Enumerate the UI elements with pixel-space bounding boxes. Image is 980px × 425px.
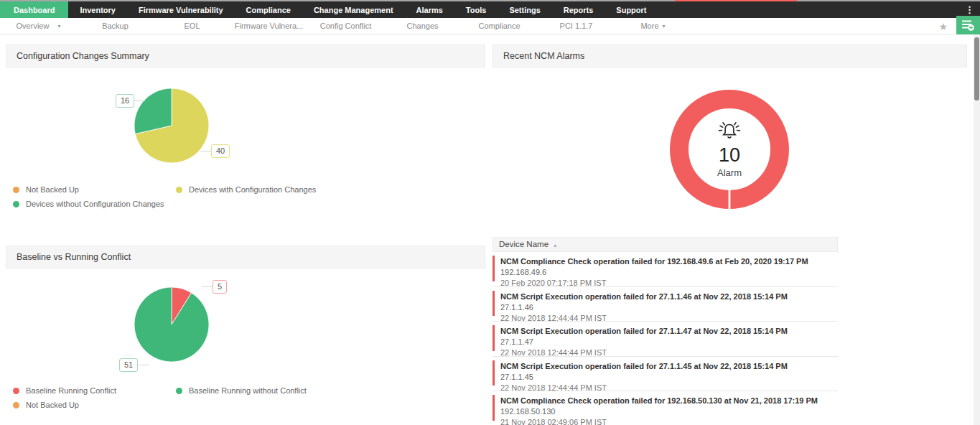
legend-item[interactable]: Baseline Running without Conflict	[176, 386, 307, 395]
config-changes-legend: Not Backed Up Devices with Configuration…	[13, 185, 316, 208]
subnav-overview-label: Overview	[17, 22, 50, 30]
alarm-row[interactable]: NCM Compliance Check operation failed fo…	[493, 391, 838, 425]
subnav-item-changes[interactable]: Changes	[384, 18, 461, 34]
chevron-down-icon: ▾	[663, 23, 666, 29]
scrollbar-thumb[interactable]	[974, 37, 979, 101]
config-changes-chart-area: 16 40 Not Backed Up Devices with Configu…	[6, 67, 485, 238]
alarms-table: Device Name ▴ NCM Compliance Check opera…	[493, 237, 838, 425]
sort-asc-icon[interactable]: ▴	[554, 242, 556, 248]
nav-tab-dashboard[interactable]: Dashboard	[0, 1, 68, 18]
alarms-area: 10 Alarm Device Name ▴ NCM Compliance Ch…	[493, 67, 967, 425]
pie-value-label: 16	[116, 94, 134, 108]
nav-tab-inventory[interactable]: Inventory	[68, 1, 127, 18]
alarm-row[interactable]: NCM Compliance Check operation failed fo…	[493, 252, 838, 287]
legend-label: Baseline Running without Conflict	[189, 386, 307, 395]
panel-configuration-changes-summary: Configuration Changes Summary 16 40 Not …	[6, 45, 485, 238]
legend-item[interactable]: Not Backed Up	[13, 185, 176, 194]
alarm-message: NCM Script Execution operation failed fo…	[500, 326, 838, 337]
alarms-table-body: NCM Compliance Check operation failed fo…	[493, 252, 838, 425]
nav-tab-firmware-vulnerability[interactable]: Firmware Vulnerability	[127, 1, 235, 18]
subnav-item-compliance[interactable]: Compliance	[461, 18, 538, 34]
alarm-row[interactable]: NCM Script Execution operation failed fo…	[493, 287, 838, 322]
legend-dot-icon	[13, 402, 19, 408]
subnav-item-more[interactable]: More ▾	[615, 18, 691, 34]
primary-navbar: Dashboard Inventory Firmware Vulnerabili…	[0, 1, 980, 18]
alarm-severity-bar	[493, 395, 495, 421]
legend-label: Devices with Configuration Changes	[189, 185, 316, 194]
subnav-item-config-conflict[interactable]: Config Conflict	[307, 18, 384, 34]
alarm-row[interactable]: NCM Script Execution operation failed fo…	[493, 357, 838, 392]
alarm-row[interactable]: NCM Script Execution operation failed fo…	[493, 322, 838, 357]
nav-tab-change-management[interactable]: Change Management	[302, 1, 405, 18]
alarm-count: 10	[719, 144, 740, 166]
subnav-item-firmware-vulnerability[interactable]: Firmware Vulnera...	[230, 18, 307, 34]
alarm-severity-bar	[493, 256, 495, 281]
subnav-item-pci[interactable]: PCI 1.1.7	[538, 18, 615, 34]
subnav-item-backup[interactable]: Backup	[77, 18, 154, 34]
nav-tab-settings[interactable]: Settings	[498, 1, 551, 18]
config-changes-pie-chart[interactable]	[121, 75, 222, 176]
nav-tab-support[interactable]: Support	[605, 1, 658, 18]
legend-dot-icon	[176, 187, 182, 193]
baseline-legend: Baseline Running Conflict Baseline Runni…	[13, 386, 307, 409]
legend-dot-icon	[13, 388, 19, 394]
device-name-column-header: Device Name	[499, 240, 549, 248]
legend-item[interactable]: Devices without Configuration Changes	[13, 200, 176, 208]
alarm-timestamp: 21 Nov 2018 02:49:06 PM IST	[500, 417, 838, 425]
nav-tab-compliance[interactable]: Compliance	[235, 1, 302, 18]
leader-line	[134, 101, 145, 101]
dashboard-subnav: Overview ▾ Backup EOL Firmware Vulnera..…	[0, 18, 980, 34]
alarm-count-label: Alarm	[717, 167, 742, 178]
pie-value-label: 5	[213, 280, 227, 294]
panel-title: Configuration Changes Summary	[6, 45, 485, 67]
legend-dot-icon	[13, 187, 19, 193]
alarm-device-name: 27.1.1.46	[500, 302, 838, 313]
legend-dot-icon	[13, 201, 19, 207]
nav-tab-tools[interactable]: Tools	[454, 1, 498, 18]
subnav-item-eol[interactable]: EOL	[154, 18, 230, 34]
leader-line	[200, 151, 212, 151]
legend-dot-icon	[176, 388, 182, 394]
panel-baseline-vs-running-conflict: Baseline vs Running Conflict 5 51 Baseli…	[6, 246, 485, 425]
legend-label: Baseline Running Conflict	[26, 386, 116, 395]
bell-ring-icon	[715, 121, 744, 143]
chevron-down-icon[interactable]: ▾	[57, 23, 60, 29]
nav-tab-alarms[interactable]: Alarms	[405, 1, 454, 18]
alarm-device-name: 192.168.50.130	[500, 406, 838, 417]
alarm-device-name: 27.1.1.47	[500, 337, 838, 347]
alarm-message: NCM Compliance Check operation failed fo…	[500, 396, 838, 406]
alarm-device-name: 192.168.49.6	[500, 267, 838, 278]
panel-title: Baseline vs Running Conflict	[6, 246, 485, 268]
baseline-chart-area: 5 51 Baseline Running Conflict Baseline …	[6, 268, 485, 425]
alarm-message: NCM Script Execution operation failed fo…	[500, 361, 838, 372]
alarm-donut-center: 10 Alarm	[665, 85, 794, 214]
alarm-severity-bar	[493, 325, 495, 351]
vertical-scrollbar[interactable]	[974, 34, 980, 425]
alarm-donut-chart[interactable]: 10 Alarm	[665, 85, 794, 214]
subnav-more-label: More	[640, 22, 658, 30]
nav-tab-reports[interactable]: Reports	[552, 1, 605, 18]
subnav-item-overview[interactable]: Overview ▾	[0, 18, 77, 34]
alarm-message: NCM Compliance Check operation failed fo…	[500, 256, 838, 267]
legend-item[interactable]: Devices with Configuration Changes	[176, 185, 316, 194]
legend-item[interactable]: Baseline Running Conflict	[13, 386, 176, 395]
legend-item[interactable]: Not Backed Up	[13, 401, 176, 409]
list-plus-icon	[961, 19, 975, 32]
favorite-star-icon[interactable]: ★	[938, 18, 948, 34]
alarm-message: NCM Script Execution operation failed fo…	[500, 291, 838, 302]
alarm-severity-bar	[493, 360, 495, 386]
alarm-severity-bar	[493, 291, 495, 317]
alarm-device-name: 27.1.1.45	[500, 372, 838, 383]
legend-label: Not Backed Up	[26, 401, 79, 409]
panel-title: Recent NCM Alarms	[493, 45, 967, 67]
pie-value-label: 51	[119, 358, 138, 372]
alarms-table-header[interactable]: Device Name ▴	[493, 237, 838, 252]
leader-line	[137, 365, 149, 365]
ncm-dashboard: Dashboard Inventory Firmware Vulnerabili…	[0, 0, 980, 425]
legend-label: Not Backed Up	[26, 185, 79, 194]
legend-label: Devices without Configuration Changes	[26, 200, 164, 208]
add-widget-button[interactable]	[956, 16, 980, 34]
leader-line	[202, 286, 213, 287]
panel-recent-ncm-alarms: Recent NCM Alarms 10 Alarm	[493, 45, 967, 425]
pie-value-label: 40	[211, 144, 230, 158]
